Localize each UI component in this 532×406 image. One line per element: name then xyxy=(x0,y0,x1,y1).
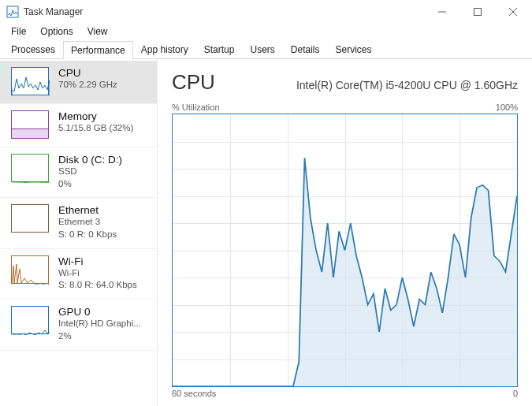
menu-view[interactable]: View xyxy=(81,24,114,39)
sidebar-disk-title: Disk 0 (C: D:) xyxy=(58,154,122,166)
menu-file[interactable]: File xyxy=(5,24,32,39)
sidebar-disk-sub: SSD xyxy=(58,166,122,178)
sidebar-item-gpu0[interactable]: GPU 0 Intel(R) HD Graphi... 2% xyxy=(0,300,157,350)
svg-rect-0 xyxy=(7,6,18,17)
sidebar-wifi-sub: Wi-Fi xyxy=(58,267,137,280)
sidebar-item-disk0[interactable]: Disk 0 (C: D:) SSD 0% xyxy=(0,147,157,198)
tab-services[interactable]: Services xyxy=(328,40,380,58)
sidebar-wifi-value: S: 8.0 R: 64.0 Kbps xyxy=(58,279,137,291)
sidebar-wifi-title: Wi-Fi xyxy=(58,255,137,267)
menu-options[interactable]: Options xyxy=(34,24,79,39)
sidebar-memory-value: 5.1/15.8 GB (32%) xyxy=(58,122,133,135)
wifi-thumb xyxy=(11,255,49,284)
maximize-button[interactable] xyxy=(459,0,495,24)
sidebar-gpu-title: GPU 0 xyxy=(58,306,141,318)
sidebar-gpu-value: 2% xyxy=(58,330,141,342)
chart-ymax: 100% xyxy=(496,102,518,112)
tab-app-history[interactable]: App history xyxy=(133,40,196,58)
tabstrip: Processes Performance App history Startu… xyxy=(0,39,532,59)
sidebar-item-cpu[interactable]: CPU 70% 2.29 GHz xyxy=(0,61,157,104)
svg-rect-2 xyxy=(474,9,481,16)
sidebar-eth-title: Ethernet xyxy=(58,204,117,216)
tab-performance[interactable]: Performance xyxy=(63,41,133,59)
sidebar-item-ethernet[interactable]: Ethernet Ethernet 3 S: 0 R: 0 Kbps xyxy=(0,198,157,248)
cpu-thumb xyxy=(11,67,49,95)
cpu-model: Intel(R) Core(TM) i5-4200U CPU @ 1.60GHz xyxy=(296,79,518,91)
main-title: CPU xyxy=(172,70,215,95)
sidebar-disk-value: 0% xyxy=(58,178,122,190)
tab-processes[interactable]: Processes xyxy=(3,40,63,58)
app-icon xyxy=(6,6,19,18)
tab-users[interactable]: Users xyxy=(242,40,282,58)
chart-ylabel: % Utilization xyxy=(172,102,220,112)
sidebar-cpu-value: 70% 2.29 GHz xyxy=(58,79,117,91)
window-titlebar: Task Manager xyxy=(0,0,532,24)
sidebar-memory-title: Memory xyxy=(58,110,133,122)
cpu-utilization-chart xyxy=(172,114,518,387)
chart-xright: 0 xyxy=(513,389,518,398)
gpu-thumb xyxy=(11,306,49,334)
sidebar-item-memory[interactable]: Memory 5.1/15.8 GB (32%) xyxy=(0,104,157,147)
main-panel: CPU Intel(R) Core(TM) i5-4200U CPU @ 1.6… xyxy=(158,59,532,406)
close-button[interactable] xyxy=(495,0,530,24)
content-area: CPU 70% 2.29 GHz Memory 5.1/15.8 GB (32%… xyxy=(0,59,532,406)
window-title: Task Manager xyxy=(24,6,83,17)
menubar: File Options View xyxy=(0,24,532,39)
chart-xleft: 60 seconds xyxy=(172,389,216,398)
sidebar-item-wifi[interactable]: Wi-Fi Wi-Fi S: 8.0 R: 64.0 Kbps xyxy=(0,249,157,300)
tab-details[interactable]: Details xyxy=(283,40,328,58)
window-controls xyxy=(424,0,530,24)
minimize-button[interactable] xyxy=(424,0,459,24)
sidebar-eth-sub: Ethernet 3 xyxy=(58,216,117,229)
disk-thumb xyxy=(11,154,49,182)
perf-sidebar: CPU 70% 2.29 GHz Memory 5.1/15.8 GB (32%… xyxy=(0,59,158,406)
ethernet-thumb xyxy=(11,204,49,233)
tab-startup[interactable]: Startup xyxy=(196,40,243,58)
sidebar-cpu-title: CPU xyxy=(58,67,117,79)
sidebar-eth-value: S: 0 R: 0 Kbps xyxy=(58,229,117,240)
sidebar-gpu-sub: Intel(R) HD Graphi... xyxy=(58,318,141,330)
memory-thumb xyxy=(11,110,49,139)
